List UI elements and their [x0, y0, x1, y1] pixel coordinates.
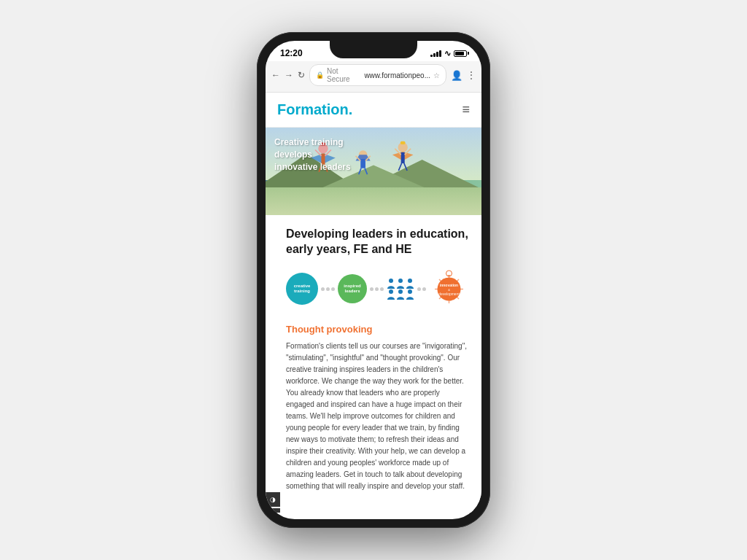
- lock-icon: 🔒: [316, 71, 324, 79]
- person-icon: [387, 289, 395, 300]
- svg-point-27: [408, 279, 412, 283]
- svg-point-29: [398, 289, 403, 294]
- status-time: 12:20: [280, 48, 303, 58]
- site-header: Formation. ≡: [266, 93, 481, 128]
- svg-point-30: [408, 289, 412, 294]
- main-content: Developing leaders in education, early y…: [266, 215, 481, 504]
- bookmark-icon[interactable]: ☆: [433, 71, 440, 79]
- hero-text: Creative training develops innovative le…: [274, 136, 362, 173]
- back-button[interactable]: ←: [271, 70, 280, 80]
- section-heading: Developing leaders in education, early y…: [286, 227, 470, 257]
- status-icons: ∿: [430, 49, 467, 58]
- security-label: Not Secure: [327, 67, 361, 83]
- phone-notch: [330, 41, 417, 58]
- contrast-button[interactable]: ◑: [266, 492, 280, 507]
- browser-chrome: ← → ↻ 🔒 Not Secure www.formationpeo... ☆…: [266, 61, 481, 93]
- phone-screen: 12:20 ∿ ← → ↻: [266, 41, 481, 519]
- url-text: www.formationpeo...: [364, 71, 430, 79]
- svg-point-28: [389, 289, 393, 294]
- wifi-icon: ∿: [444, 49, 451, 58]
- accessibility-sidebar: ◑ ● A: [266, 492, 280, 513]
- svg-point-25: [389, 279, 393, 283]
- svg-line-15: [365, 168, 367, 174]
- address-bar[interactable]: 🔒 Not Secure www.formationpeo... ☆: [309, 64, 446, 86]
- diagram-circle-leaders: inspiredleaders: [338, 274, 367, 303]
- refresh-button[interactable]: ↻: [298, 70, 305, 80]
- person-icon: [396, 279, 405, 289]
- svg-point-26: [398, 279, 403, 283]
- browser-menu-icon[interactable]: ⋮: [467, 70, 476, 80]
- web-content: Formation. ≡: [266, 93, 481, 513]
- svg-rect-17: [400, 141, 405, 144]
- site-logo: Formation.: [277, 101, 352, 118]
- person-icon: [406, 289, 414, 300]
- svg-line-24: [403, 163, 406, 171]
- diagram-people: [387, 279, 414, 300]
- svg-text:innovation: innovation: [440, 283, 458, 287]
- main-area: ◑ ● A Developing leaders in education, e…: [266, 215, 481, 504]
- phone-frame: 12:20 ∿ ← → ↻: [257, 32, 490, 528]
- color-button[interactable]: ●: [266, 508, 280, 513]
- thought-provoking-section: Thought provoking Formation's clients te…: [286, 324, 470, 492]
- account-icon[interactable]: 👤: [451, 70, 462, 81]
- signal-icon: [430, 50, 441, 57]
- svg-line-23: [398, 163, 401, 171]
- connector-2: [370, 287, 384, 291]
- browser-nav: ← → ↻ 🔒 Not Secure www.formationpeo... ☆…: [271, 64, 476, 86]
- hero-image: Creative training develops innovative le…: [266, 128, 481, 215]
- process-diagram: creativetraining inspiredleaders: [286, 269, 470, 309]
- thought-provoking-body: Formation's clients tell us our courses …: [286, 341, 470, 492]
- battery-icon: [454, 50, 467, 57]
- person-icon: [406, 279, 414, 289]
- hamburger-menu[interactable]: ≡: [462, 102, 470, 117]
- svg-text:development: development: [438, 292, 460, 296]
- thought-provoking-title: Thought provoking: [286, 324, 470, 335]
- connector-1: [321, 287, 335, 291]
- diagram-circle-creative: creativetraining: [286, 273, 318, 305]
- connector-3: [417, 287, 426, 291]
- forward-button[interactable]: →: [285, 70, 293, 80]
- person-icon: [387, 279, 395, 289]
- svg-rect-20: [400, 152, 404, 163]
- diagram-innovation: innovation & development: [429, 269, 469, 309]
- person-icon: [396, 289, 405, 300]
